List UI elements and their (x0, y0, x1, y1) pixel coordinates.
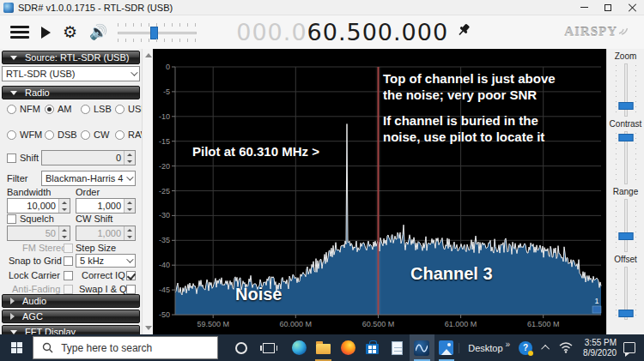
edge-button[interactable] (287, 334, 312, 361)
radio-icon[interactable] (45, 105, 54, 114)
menu-button[interactable] (10, 26, 29, 39)
svg-text:60.000 M: 60.000 M (280, 320, 313, 328)
snap-to-grid-checkbox[interactable] (64, 256, 73, 266)
spinner-up-icon[interactable] (59, 199, 70, 206)
pin-frequency-icon[interactable] (457, 23, 471, 41)
mode-radio-nfm[interactable]: NFM (7, 104, 45, 114)
shift-spinner[interactable]: 0 (41, 150, 136, 165)
edge-icon (292, 340, 307, 355)
offset-slider[interactable] (613, 267, 639, 320)
volume-speaker-icon[interactable]: 🔊 (89, 25, 107, 39)
mode-radio-cw[interactable]: CW (81, 129, 115, 140)
radio-icon[interactable] (7, 105, 16, 114)
minimize-button[interactable] (572, 0, 596, 15)
slider-group-zoom: Zoom (607, 49, 644, 117)
marker-1-handle[interactable] (592, 306, 601, 313)
clock[interactable]: 3:55 PM 8/9/2020 (583, 338, 617, 358)
radio-icon[interactable] (115, 105, 125, 114)
filter-select[interactable]: Blackman-Harris 4 (41, 171, 136, 186)
notepad-button[interactable] (385, 334, 410, 361)
microsoft-store-button[interactable] (361, 334, 386, 361)
mode-radio-am[interactable]: AM (45, 104, 81, 114)
squelch-spinner[interactable]: 50 (7, 226, 70, 241)
spinner-down-icon[interactable] (59, 206, 70, 213)
svg-text:-30: -30 (159, 211, 170, 220)
mode-radio-lsb[interactable]: LSB (81, 104, 115, 114)
task-view-button[interactable] (257, 334, 282, 361)
close-button[interactable] (620, 0, 644, 15)
cw-shift-spinner[interactable]: 1,000 (76, 226, 136, 241)
svg-text:-15: -15 (159, 137, 170, 146)
cortana-button[interactable] (228, 334, 253, 361)
fm-stereo-label: FM Stereo (22, 243, 66, 253)
slider-track[interactable] (624, 199, 628, 252)
squelch-checkbox[interactable] (7, 214, 16, 224)
contrast-slider[interactable] (613, 131, 639, 184)
collapse-triangle-icon (10, 330, 17, 334)
volume-slider[interactable] (118, 23, 197, 42)
wifi-icon[interactable] (559, 342, 573, 353)
slider-label: Zoom (615, 51, 637, 61)
range-slider[interactable] (613, 199, 639, 252)
mode-radio-wfm[interactable]: WFM (7, 129, 45, 140)
source-select[interactable]: RTL-SDR (USB) (2, 66, 140, 81)
step-size-select[interactable]: 5 kHz (76, 254, 136, 268)
taskbar-search-input[interactable]: Type here to search (33, 336, 218, 359)
desktop-toolbar[interactable]: Desktop » (459, 343, 513, 353)
svg-text:0: 0 (166, 63, 170, 71)
svg-text:-5: -5 (163, 87, 170, 96)
panel-header-audio[interactable]: Audio (2, 294, 140, 308)
file-explorer-button[interactable] (311, 334, 336, 361)
radio-icon[interactable] (81, 130, 90, 140)
shift-checkbox[interactable] (7, 153, 16, 163)
show-hidden-icons-chevron[interactable] (541, 345, 550, 353)
volume-slider-thumb[interactable] (150, 27, 158, 39)
get-help-tray-icon[interactable]: ? (519, 341, 532, 355)
action-center-icon[interactable] (623, 342, 635, 353)
svg-text:61.000 M: 61.000 M (445, 320, 477, 328)
order-spinner[interactable]: 1,000 (76, 198, 136, 214)
spinner-up-icon[interactable] (125, 151, 135, 158)
zoom-slider[interactable] (613, 63, 639, 117)
spinner-down-icon (125, 233, 135, 240)
start-button[interactable] (0, 334, 33, 361)
toolbar-overflow-chevron[interactable]: » (506, 340, 511, 349)
start-playback-button[interactable] (41, 27, 51, 39)
bandwidth-spinner[interactable]: 10,000 (7, 198, 70, 214)
sidebar-scrollbar[interactable] (142, 49, 153, 334)
slider-thumb[interactable] (618, 102, 633, 110)
correct-iq-checkbox[interactable] (126, 271, 136, 280)
note-buried: If channel is buried in thenoise, use pi… (383, 113, 544, 146)
settings-gear-icon[interactable]: ⚙ (63, 24, 77, 40)
spinner-down-icon[interactable] (125, 158, 135, 165)
source-panel-header[interactable]: Source: RTL-SDR (USB) (2, 51, 140, 64)
radio-icon[interactable] (7, 130, 16, 140)
maximize-button[interactable] (596, 0, 620, 15)
slider-thumb[interactable] (618, 134, 633, 141)
radio-icon[interactable] (81, 105, 90, 114)
radio-icon[interactable] (45, 130, 54, 140)
frequency-display[interactable]: 000.060.500.000 (236, 19, 448, 45)
slider-thumb[interactable] (618, 232, 633, 240)
swap-iq-checkbox[interactable] (126, 285, 136, 294)
panel-header-agc[interactable]: AGC (2, 310, 140, 323)
photos-button[interactable] (434, 334, 459, 361)
radio-icon[interactable] (115, 130, 125, 140)
frequency-leading-zeros: 000.0 (236, 19, 307, 45)
mode-radio-dsb[interactable]: DSB (45, 129, 81, 140)
slider-thumb[interactable] (618, 310, 633, 317)
firefox-button[interactable] (336, 334, 361, 361)
fft-spectrum-display[interactable]: 0-5-10-15-20-25-30-35-40-45-5059.500 M60… (153, 49, 606, 334)
radio-panel-header[interactable]: Radio (2, 86, 140, 99)
lock-carrier-checkbox[interactable] (64, 271, 73, 280)
spinner-up-icon[interactable] (125, 199, 135, 206)
scroll-up-icon[interactable] (145, 53, 152, 57)
anti-fading-checkbox (64, 285, 73, 294)
file-explorer-icon (316, 344, 331, 354)
sdrsharp-taskbar-button[interactable] (410, 334, 434, 361)
fm-stereo-checkbox (64, 244, 73, 253)
scroll-down-icon[interactable] (145, 326, 152, 330)
spinner-down-icon[interactable] (125, 206, 135, 213)
anti-fading-label: Anti-Fading (12, 284, 60, 294)
sdrsharp-icon (414, 340, 429, 356)
